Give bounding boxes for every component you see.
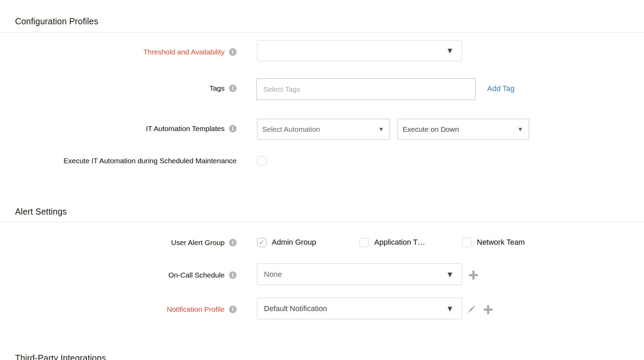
chevron-down-icon: ▼ (447, 305, 452, 311)
automation-template-value: Select Automation (257, 125, 320, 133)
tags-input[interactable] (257, 79, 475, 100)
monitor-settings-form: Configuration Profiles Threshold and Ava… (0, 0, 644, 360)
execute-automation-maintenance-label: Execute IT Automation during Scheduled M… (64, 157, 237, 165)
info-icon[interactable]: i (229, 125, 237, 132)
alert-group-option-application[interactable]: ✓ Application T… (360, 237, 425, 247)
notification-label-cell: Notification Profile i (0, 304, 237, 315)
notification-profile-label: Notification Profile (167, 305, 225, 313)
alert-group-option-admin[interactable]: ✓ Admin Group (257, 237, 316, 247)
section-title-configuration-profiles: Configuration Profiles (15, 16, 98, 27)
tags-input-wrapper (256, 78, 475, 100)
threshold-label-cell: Threshold and Availability i (0, 47, 237, 57)
tags-label: Tags (210, 84, 225, 92)
alert-group-option-label: Application T… (374, 238, 425, 247)
oncall-schedule-select[interactable]: None ▼ (257, 263, 462, 285)
section-divider (0, 222, 644, 222)
checkbox[interactable]: ✓ (462, 238, 471, 247)
info-icon[interactable]: i (229, 306, 237, 313)
automation-label-cell: IT Automation Templates i (0, 123, 237, 134)
alert-group-option-label: Network Team (477, 238, 525, 247)
add-oncall-schedule-button[interactable] (469, 271, 478, 280)
oncall-schedule-value: None (257, 270, 282, 279)
chevron-down-icon: ▼ (447, 48, 452, 54)
add-notification-profile-button[interactable] (484, 305, 493, 314)
edit-notification-profile-button[interactable] (467, 305, 476, 314)
info-icon[interactable]: i (229, 271, 237, 279)
checkbox[interactable]: ✓ (257, 238, 266, 247)
chevron-down-icon: ▼ (379, 127, 383, 131)
oncall-schedule-label: On-Call Schedule (168, 271, 225, 279)
user-alert-group-label: User Alert Group (171, 239, 225, 247)
section-divider (0, 32, 644, 33)
alert-group-option-network[interactable]: ✓ Network Team (462, 237, 525, 247)
check-icon: ✓ (259, 239, 265, 246)
automation-action-value: Execute on Down (398, 125, 459, 133)
user-alert-group-label-cell: User Alert Group i (0, 237, 237, 248)
checkbox[interactable]: ✓ (360, 238, 369, 247)
add-tag-link[interactable]: Add Tag (487, 84, 514, 93)
threshold-availability-label: Threshold and Availability (143, 48, 225, 56)
tags-label-cell: Tags i (0, 83, 237, 94)
pencil-icon (467, 305, 476, 314)
info-icon[interactable]: i (229, 48, 237, 56)
it-automation-templates-label: IT Automation Templates (146, 125, 225, 133)
threshold-profile-select[interactable]: ▼ (257, 40, 462, 61)
automation-action-select[interactable]: Execute on Down ▼ (398, 119, 529, 140)
section-title-third-party-integrations: Third-Party Integrations (15, 352, 106, 360)
maintenance-label-cell: Execute IT Automation during Scheduled M… (0, 155, 237, 166)
oncall-label-cell: On-Call Schedule i (0, 270, 237, 281)
info-icon[interactable]: i (229, 85, 237, 92)
chevron-down-icon: ▼ (519, 127, 522, 131)
maintenance-checkbox[interactable]: ✓ (257, 156, 266, 165)
notification-profile-value: Default Notification (257, 304, 327, 313)
chevron-down-icon: ▼ (447, 271, 452, 277)
section-title-alert-settings: Alert Settings (15, 206, 67, 217)
alert-group-option-label: Admin Group (272, 238, 316, 247)
info-icon[interactable]: i (229, 239, 237, 246)
automation-template-select[interactable]: Select Automation ▼ (257, 119, 390, 140)
notification-profile-select[interactable]: Default Notification ▼ (257, 298, 462, 319)
